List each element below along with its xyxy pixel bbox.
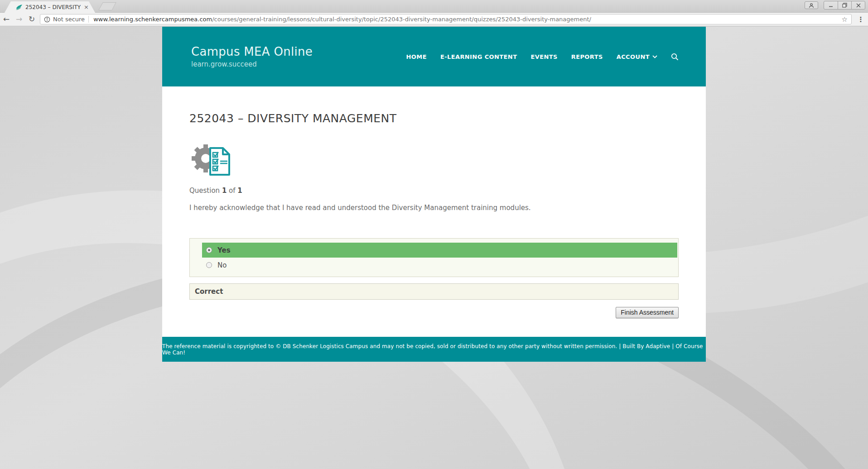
chevron-down-icon	[652, 55, 657, 58]
radio-yes[interactable]	[206, 247, 212, 253]
nav-item-reports[interactable]: REPORTS	[571, 53, 603, 60]
window-controls	[805, 1, 865, 10]
radio-no[interactable]	[206, 262, 212, 268]
site-footer: The reference material is copyrighted to…	[162, 337, 706, 362]
feedback-box: Correct	[189, 283, 679, 300]
quiz-gear-checklist-icon	[190, 142, 679, 177]
nav-item-elearning-content[interactable]: E-LEARNING CONTENT	[440, 53, 517, 60]
logo-tagline: learn.grow.succeed	[191, 60, 313, 68]
site-logo[interactable]: Campus MEA Online learn.grow.succeed	[191, 45, 313, 68]
quiz-content: 252043 – DIVERSITY MANAGEMENT	[162, 86, 706, 318]
address-bar[interactable]: Not secure www.learning.schenkercampusme…	[40, 14, 852, 24]
caption-buttons	[824, 1, 865, 10]
browser-toolbar: ← → ↻ Not secure www.learning.schenkerca…	[0, 13, 868, 26]
back-icon[interactable]: ←	[0, 15, 13, 23]
security-label: Not secure	[53, 16, 85, 23]
question-current: 1	[222, 187, 227, 195]
browser-window: 252043 – DIVERSITY MAN ×	[0, 0, 868, 469]
new-tab-button[interactable]	[98, 2, 116, 10]
reload-icon[interactable]: ↻	[25, 15, 38, 23]
nav-item-account-label: ACCOUNT	[617, 53, 650, 60]
search-icon[interactable]	[671, 53, 679, 61]
profile-icon[interactable]	[805, 1, 818, 9]
nav-item-events[interactable]: EVENTS	[530, 53, 557, 60]
question-progress-prefix: Question	[189, 187, 220, 195]
omnibox-divider	[88, 16, 89, 23]
url-path: /courses/general-training/lessons/cultur…	[212, 16, 591, 23]
url-text: www.learning.schenkercampusmea.com/cours…	[93, 16, 838, 23]
option-row-no[interactable]: No	[202, 258, 677, 273]
nav-item-home[interactable]: HOME	[406, 53, 427, 60]
option-label-no: No	[217, 261, 227, 269]
web-page-viewport: Campus MEA Online learn.grow.succeed HOM…	[0, 27, 868, 469]
option-row-yes[interactable]: Yes	[202, 243, 677, 258]
site-header: Campus MEA Online learn.grow.succeed HOM…	[162, 27, 706, 86]
footer-text: The reference material is copyrighted to…	[162, 343, 706, 356]
info-icon[interactable]	[44, 16, 50, 23]
finish-assessment-button[interactable]: Finish Assessment	[616, 307, 679, 318]
bookmark-star-icon[interactable]: ☆	[842, 15, 848, 24]
nav-item-account[interactable]: ACCOUNT	[617, 53, 657, 60]
browser-menu-icon[interactable]: ⋮	[855, 15, 866, 24]
tab-title: 252043 – DIVERSITY MAN	[25, 4, 81, 10]
browser-tab[interactable]: 252043 – DIVERSITY MAN ×	[5, 1, 95, 13]
question-text: I hereby acknowledge that I have read an…	[189, 204, 679, 212]
site-page: Campus MEA Online learn.grow.succeed HOM…	[162, 27, 706, 362]
site-favicon-icon	[15, 4, 23, 11]
tab-close-icon[interactable]: ×	[84, 4, 89, 10]
page-title: 252043 – DIVERSITY MANAGEMENT	[189, 112, 679, 125]
button-row: Finish Assessment	[189, 307, 679, 318]
main-navigation: HOME E-LEARNING CONTENT EVENTS REPORTS A…	[406, 53, 679, 61]
url-domain: www.learning.schenkercampusmea.com	[93, 16, 212, 23]
question-total: 1	[237, 187, 242, 195]
minimize-icon[interactable]	[824, 1, 838, 9]
question-progress: Question 1 of 1	[189, 187, 679, 195]
question-progress-of: of	[229, 187, 235, 195]
close-icon[interactable]	[851, 1, 865, 9]
restore-icon[interactable]	[838, 1, 851, 9]
option-label-yes: Yes	[217, 246, 231, 254]
tab-bar: 252043 – DIVERSITY MAN ×	[0, 0, 868, 13]
forward-icon[interactable]: →	[13, 15, 25, 23]
answer-options: Yes No	[189, 238, 679, 277]
logo-title: Campus MEA Online	[191, 45, 313, 58]
